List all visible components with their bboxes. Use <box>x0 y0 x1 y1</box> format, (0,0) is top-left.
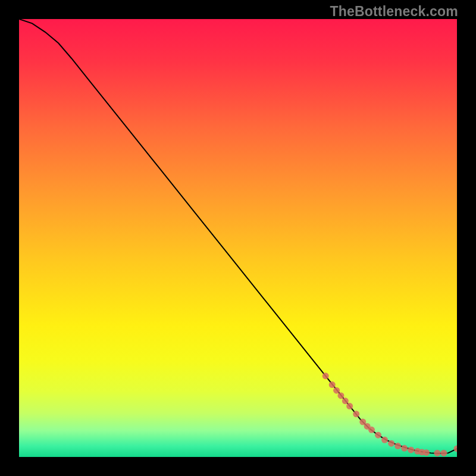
marker-dot <box>322 372 329 379</box>
plot-area <box>19 19 457 457</box>
marker-dot <box>440 450 447 456</box>
chart-frame: TheBottleneck.com <box>0 0 476 476</box>
marker-dot <box>408 447 414 453</box>
marker-dot <box>329 381 336 388</box>
marker-dot <box>333 387 340 394</box>
marker-dot <box>353 411 359 417</box>
marker-dot <box>342 397 349 404</box>
marker-dot <box>368 427 375 433</box>
marker-dot <box>423 449 430 456</box>
marker-dot <box>454 446 458 452</box>
marker-dot <box>388 440 394 447</box>
marker-dot <box>394 443 401 449</box>
marker-dot <box>337 392 344 399</box>
marker-dot <box>401 445 408 452</box>
marker-dot <box>381 437 388 443</box>
marker-dot <box>346 403 353 409</box>
marker-dot <box>375 432 381 439</box>
marker-group <box>322 372 457 456</box>
curve-layer <box>19 19 457 457</box>
marker-dot <box>434 450 440 456</box>
watermark-text: TheBottleneck.com <box>330 4 458 20</box>
bottleneck-curve <box>19 19 457 453</box>
